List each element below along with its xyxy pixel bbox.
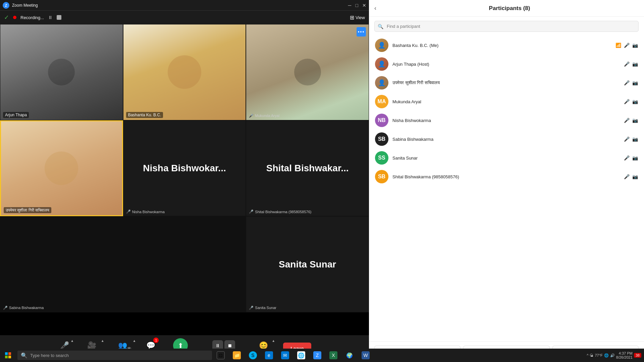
participant-controls: 📶 🎤 📷 xyxy=(615,43,638,48)
speaker-icon: 🔊 xyxy=(610,353,615,358)
participant-controls: 🎤 📷 xyxy=(624,61,638,67)
panel-collapse-button[interactable]: ‹ xyxy=(374,5,376,12)
zoom-taskbar-icon: Z xyxy=(313,351,321,359)
list-item[interactable]: SB Shital Bishwakarma (9858058576) 🎤 📷 xyxy=(372,167,641,186)
show-hidden-icons[interactable]: ^ xyxy=(587,353,588,357)
weather-icon: 🌤 xyxy=(590,353,593,357)
taskbar-app-mail[interactable]: ✉ xyxy=(278,349,292,362)
minimize-button[interactable]: ─ xyxy=(348,3,352,8)
excel-icon: X xyxy=(329,351,337,359)
temp-label: 77°F xyxy=(595,353,602,357)
participant-name: उपमेयर सुशीला गिरी सचिवालय xyxy=(392,80,620,85)
participant-name: Bashanta Ku. B.C. (Me) xyxy=(392,43,611,48)
window-controls: ─ □ ✕ xyxy=(348,3,366,8)
video-cell-mukunda: ••• 🎤 Mukunda Aryal xyxy=(246,24,369,120)
more-options-button[interactable]: ••• xyxy=(357,27,366,37)
list-item[interactable]: 👤 Bashanta Ku. B.C. (Me) 📶 🎤 📷 xyxy=(372,36,641,55)
list-item[interactable]: MA Mukunda Aryal 🎤 📷 xyxy=(372,92,641,111)
list-item[interactable]: SS Sanita Sunar 🎤 📷 xyxy=(372,148,641,167)
shital-name-label: 🎤 Shital Bishwakarma (9858058576) xyxy=(249,209,311,214)
mail-icon: ✉ xyxy=(281,351,289,359)
recording-dot xyxy=(13,16,16,19)
taskbar-apps: 📁 S e ✉ 🌐 Z X 🌍 W xyxy=(229,349,373,362)
participant-name: Arjun Thapa (Host) xyxy=(392,62,620,67)
maximize-button[interactable]: □ xyxy=(356,3,358,8)
video-caret[interactable]: ▲ xyxy=(101,339,104,343)
list-item[interactable]: 👤 Arjun Thapa (Host) 🎤 📷 xyxy=(372,55,641,73)
time: 4:37 PM xyxy=(616,351,633,355)
edge-icon: e xyxy=(265,351,273,359)
view-button[interactable]: ⊞ View xyxy=(350,14,365,21)
task-view-button[interactable]: ⊡ xyxy=(213,349,228,362)
network-icon: 🌐 xyxy=(604,353,609,358)
bashanta-video xyxy=(123,24,246,120)
view-label: View xyxy=(356,15,365,20)
avatar: 👤 xyxy=(375,57,388,71)
windows-search-bar[interactable]: 🔍 Type here to search xyxy=(17,351,212,360)
mic-muted-icon: 🎤 xyxy=(624,155,630,161)
video-cell-upamayor: उपमेयर सुशीला गिरी सचिवालय xyxy=(0,120,123,217)
nisha-display-name: Nisha Bishwokar... xyxy=(143,163,226,174)
start-button[interactable] xyxy=(0,349,16,362)
participant-search-input[interactable] xyxy=(374,21,639,32)
taskbar-app-chrome[interactable]: 🌐 xyxy=(294,349,309,362)
shield-icon: ✓ xyxy=(4,14,9,21)
participants-caret[interactable]: ▲ xyxy=(132,339,136,343)
taskbar-app-explorer[interactable]: 📁 xyxy=(229,349,244,362)
svg-rect-3 xyxy=(8,356,11,358)
video-off-icon: 📷 xyxy=(632,118,638,123)
svg-rect-1 xyxy=(8,352,11,355)
avatar: SS xyxy=(375,151,388,165)
recording-text: Recording... xyxy=(20,15,44,20)
video-off-icon: 📷 xyxy=(632,136,638,142)
window-title: Zoom Meeting xyxy=(12,3,348,8)
sanita-display-name: Sanita Sunar xyxy=(279,259,336,270)
avatar: 👤 xyxy=(375,39,388,52)
video-icon: 📷 xyxy=(632,43,638,48)
close-button[interactable]: ✕ xyxy=(362,3,366,8)
participant-search-box: 🔍 xyxy=(374,21,639,32)
upamayor-name-label: उपमेयर सुशीला गिरी सचिवालय xyxy=(4,207,51,213)
taskbar-app-skype[interactable]: S xyxy=(246,349,260,362)
video-off-icon: 📷 xyxy=(632,174,638,179)
chat-badge: 1 xyxy=(153,338,159,343)
avatar: MA xyxy=(375,95,388,108)
bashanta-name-label: Bashanta Ku. B.C. xyxy=(126,112,163,118)
taskbar-app-excel[interactable]: X xyxy=(326,349,341,362)
date: 8/26/2021 xyxy=(616,355,633,359)
list-item[interactable]: SB Sabina Bishwakarma 🎤 📷 xyxy=(372,130,641,148)
video-icon: 📷 xyxy=(632,61,638,67)
mic-icon: 🎤 xyxy=(624,43,630,48)
avatar: SB xyxy=(375,170,388,183)
stop-recording-btn[interactable] xyxy=(57,15,61,20)
taskbar-app-edge[interactable]: e xyxy=(262,349,276,362)
list-item[interactable]: NB Nisha Bishwokarma 🎤 📷 xyxy=(372,111,641,130)
explorer-icon: 📁 xyxy=(233,351,241,359)
arjun-name-label: Arjun Thapa xyxy=(3,112,29,118)
clock[interactable]: 4:37 PM 8/26/2021 xyxy=(616,351,633,359)
participant-name: Mukunda Aryal xyxy=(392,99,620,104)
mute-caret[interactable]: ▲ xyxy=(70,339,74,343)
pause-recording-btn[interactable]: ⏸ xyxy=(48,15,53,20)
taskbar-app-chrome2[interactable]: 🌍 xyxy=(342,349,357,362)
list-item[interactable]: 👤 उपमेयर सुशीला गिरी सचिवालय 🎤 📷 xyxy=(372,73,641,92)
arjun-video xyxy=(0,24,123,120)
video-icon: 📷 xyxy=(632,99,638,104)
mic-icon: 🎤 xyxy=(624,61,630,67)
video-cell-bashanta: Bashanta Ku. B.C. xyxy=(123,24,246,120)
nisha-name-label: 🎤 Nisha Bishwokarma xyxy=(126,209,165,214)
mukunda-video xyxy=(246,24,369,120)
participant-name: Sanita Sunar xyxy=(392,156,620,161)
panel-header: ‹ Participants (8) xyxy=(369,0,644,17)
video-cell-arjun: Arjun Thapa xyxy=(0,24,123,120)
video-cell-sabina: 🎤 Sabina Bishwakarma xyxy=(0,216,123,312)
reactions-caret[interactable]: ▲ xyxy=(272,339,275,343)
search-placeholder: Type here to search xyxy=(30,353,69,358)
taskbar-app-word[interactable]: W xyxy=(358,349,373,362)
windows-taskbar: 🔍 Type here to search ⊡ 📁 S e ✉ 🌐 Z X 🌍 xyxy=(0,349,644,362)
taskbar-app-zoom[interactable]: Z xyxy=(310,349,325,362)
video-cell-sanita: Sanita Sunar 🎤 Sanita Sunar xyxy=(246,216,369,312)
mic-muted-icon: 🎤 xyxy=(624,118,630,123)
mic-muted-icon: 🎤 xyxy=(624,99,630,104)
notification-badge[interactable]: 38 xyxy=(634,353,641,358)
